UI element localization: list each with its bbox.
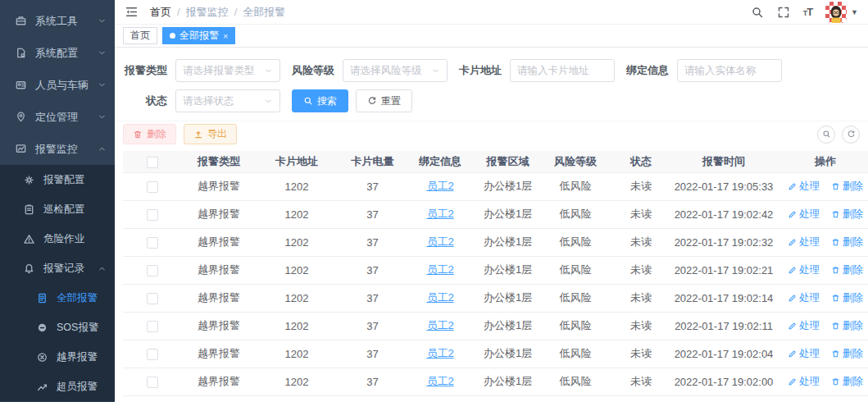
handle-action-link[interactable]: 处理 [788, 319, 820, 333]
row-checkbox[interactable] [147, 321, 158, 332]
row-checkbox[interactable] [147, 181, 158, 193]
bind-entity-link[interactable]: 员工2 [426, 319, 453, 331]
tab-label: 首页 [130, 29, 150, 43]
delete-action-label: 删除 [843, 263, 863, 277]
chevron-down-icon [98, 16, 107, 25]
card-address-input[interactable] [517, 65, 607, 76]
row-checkbox[interactable] [147, 377, 158, 388]
sidebar-item-people-vehicles[interactable]: 人员与车辆 [0, 69, 115, 101]
sidebar-item-system-tools[interactable]: 系统工具 [0, 5, 115, 37]
sidebar-item-system-config[interactable]: 系统配置 [0, 37, 115, 69]
tab-all-alarms[interactable]: 全部报警 × [162, 27, 235, 44]
fullscreen-icon[interactable] [777, 6, 790, 19]
sidebar-collapse-icon[interactable] [125, 5, 139, 19]
chevron-down-icon [98, 112, 107, 121]
search-icon[interactable] [751, 6, 764, 19]
bind-entity-link[interactable]: 员工2 [426, 208, 453, 220]
sidebar-item-danger-work[interactable]: 危险作业 [0, 224, 115, 254]
card-address-label: 卡片地址 [459, 63, 502, 78]
font-size-icon[interactable]: TT [803, 7, 812, 17]
handle-action-label: 处理 [799, 263, 820, 277]
delete-button[interactable]: 删除 [123, 124, 176, 144]
sidebar-item-alarm-records[interactable]: 报警记录 [0, 254, 115, 283]
status-label: 状态 [123, 94, 167, 108]
tab-home[interactable]: 首页 [123, 27, 157, 44]
sidebar-item-alarm-monitor[interactable]: 报警监控 [0, 133, 115, 165]
cell-status: 未读 [608, 256, 674, 284]
bind-entity-link[interactable]: 员工2 [426, 347, 453, 359]
row-checkbox[interactable] [147, 237, 158, 249]
delete-action-link[interactable]: 删除 [831, 347, 863, 361]
cell-status: 未读 [608, 172, 674, 200]
handle-action-link[interactable]: 处理 [788, 263, 820, 277]
delete-action-link[interactable]: 删除 [831, 235, 863, 249]
cell-alarm-time: 2022-01-17 19:02:11 [674, 312, 774, 340]
row-checkbox[interactable] [147, 349, 158, 360]
delete-action-label: 删除 [843, 347, 863, 361]
clipboard-icon [23, 203, 35, 216]
chevron-down-icon [264, 97, 273, 106]
row-checkbox[interactable] [147, 293, 158, 304]
delete-action-link[interactable]: 删除 [831, 208, 863, 222]
cell-status: 未读 [608, 340, 674, 368]
delete-action-link[interactable]: 删除 [831, 291, 863, 305]
sidebar-item-alarm-config[interactable]: 报警配置 [0, 165, 115, 194]
sidebar-item-location-mgmt[interactable]: 定位管理 [0, 101, 115, 133]
delete-action-link[interactable]: 删除 [831, 319, 863, 333]
cell-alarm-type: 越界报警 [182, 368, 256, 395]
avatar[interactable] [825, 2, 847, 23]
export-button[interactable]: 导出 [184, 124, 237, 144]
sidebar-item-label: 报警配置 [43, 173, 84, 187]
export-button-label: 导出 [207, 127, 227, 141]
user-menu[interactable]: ▼ [825, 2, 858, 23]
upload-icon [193, 130, 203, 139]
select-all-checkbox[interactable] [147, 157, 158, 168]
sidebar-item-label: 人员与车辆 [35, 78, 89, 93]
delete-action-link[interactable]: 删除 [831, 263, 863, 277]
reset-button[interactable]: 重置 [356, 89, 412, 112]
bind-entity-link[interactable]: 员工2 [426, 180, 453, 192]
cell-card-address: 1202 [256, 312, 338, 340]
row-checkbox[interactable] [147, 209, 158, 221]
bind-info-input[interactable] [684, 65, 775, 76]
bind-entity-link[interactable]: 员工2 [426, 375, 453, 387]
refresh-icon [367, 96, 377, 106]
sidebar-item-label: 报警监控 [35, 142, 78, 157]
sidebar-item-crossborder-alarms[interactable]: 越界报警 [0, 342, 115, 372]
risk-level-select[interactable]: 请选择风险等级 [343, 59, 448, 82]
handle-action-link[interactable]: 处理 [788, 235, 820, 249]
sidebar-item-sos-alarms[interactable]: SOS报警 [0, 313, 115, 342]
refresh-button[interactable] [842, 126, 860, 144]
toggle-search-button[interactable] [817, 126, 835, 144]
delete-action-link[interactable]: 删除 [831, 375, 863, 389]
bind-entity-link[interactable]: 员工2 [426, 291, 453, 304]
breadcrumb-alarm-monitor[interactable]: 报警监控 [186, 5, 229, 20]
bind-entity-link[interactable]: 员工2 [426, 235, 453, 248]
row-checkbox[interactable] [147, 265, 158, 276]
close-icon[interactable]: × [223, 31, 228, 41]
sidebar-item-overcapacity-alarms[interactable]: 超员报警 [0, 372, 115, 401]
sidebar-item-all-alarms[interactable]: 全部报警 [0, 283, 115, 313]
handle-action-link[interactable]: 处理 [788, 347, 820, 361]
table-row: 越界报警 1202 37 员工2 办公楼1层 低风险 未读 2022-01-17… [123, 228, 868, 256]
navbar-actions: TT ▼ [751, 2, 858, 23]
table-row: 越界报警 1202 37 员工2 办公楼1层 低风险 未读 2022-01-17… [123, 340, 868, 368]
handle-action-link[interactable]: 处理 [788, 375, 820, 389]
delete-action-link[interactable]: 删除 [831, 180, 863, 194]
sidebar-item-patrol-config[interactable]: 巡检配置 [0, 194, 115, 224]
handle-action-link[interactable]: 处理 [788, 180, 820, 194]
select-placeholder: 请选择状态 [183, 94, 264, 108]
alarm-type-select[interactable]: 请选择报警类型 [175, 59, 280, 82]
search-icon [822, 130, 831, 139]
bind-entity-link[interactable]: 员工2 [426, 263, 453, 276]
search-button[interactable]: 搜索 [292, 89, 348, 112]
handle-action-link[interactable]: 处理 [788, 291, 820, 305]
status-select[interactable]: 请选择状态 [175, 89, 280, 112]
handle-action-label: 处理 [799, 375, 820, 389]
delete-action-label: 删除 [843, 291, 863, 305]
breadcrumb-home[interactable]: 首页 [150, 5, 171, 20]
search-icon [303, 96, 313, 106]
pencil-icon [788, 322, 797, 331]
chevron-down-icon [98, 80, 107, 89]
handle-action-link[interactable]: 处理 [788, 208, 820, 222]
